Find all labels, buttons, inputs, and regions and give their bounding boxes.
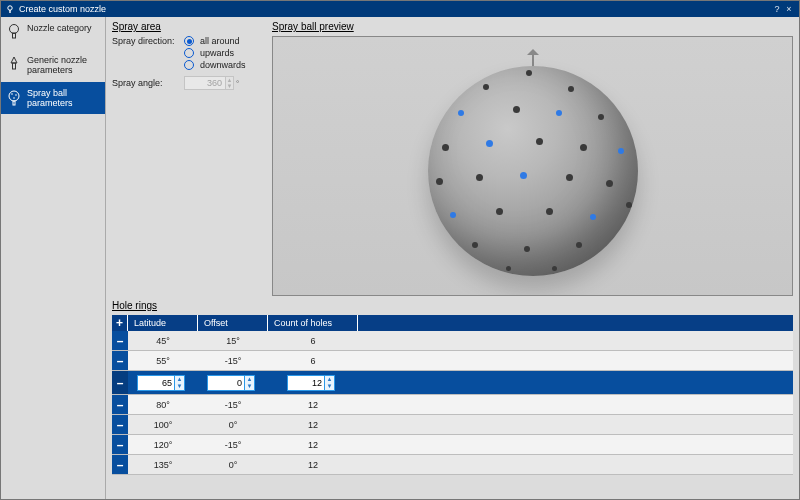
header-latitude[interactable]: Latitude (128, 315, 198, 331)
spray-area-title: Spray area (112, 21, 264, 32)
remove-ring-button[interactable]: – (112, 435, 128, 454)
table-row[interactable]: –135°0°12 (112, 455, 793, 475)
hole-rings-grid: + Latitude Offset Count of holes –45°15°… (112, 315, 793, 475)
cell-count[interactable]: 12 (268, 440, 358, 450)
svg-point-2 (10, 25, 19, 34)
sidebar: Nozzle category Generic nozzle parameter… (1, 17, 106, 499)
cell-count[interactable]: 6 (268, 336, 358, 346)
cell-edit-count: ▲▼ (287, 375, 335, 391)
offset-spinner[interactable]: ▲▼ (245, 375, 255, 391)
spray-ball-sphere (428, 66, 638, 276)
cell-count[interactable]: 12 (268, 460, 358, 470)
table-row[interactable]: –120°-15°12 (112, 435, 793, 455)
remove-ring-button[interactable]: – (112, 455, 128, 474)
spray-ball-preview[interactable] (272, 36, 793, 296)
cell-latitude[interactable]: 55° (128, 356, 198, 366)
remove-ring-button[interactable]: – (112, 351, 128, 370)
hole-rings-title: Hole rings (112, 300, 793, 311)
spray-area-panel: Spray area Spray direction: all around u… (112, 21, 264, 296)
cell-offset[interactable]: 15° (198, 336, 268, 346)
cell-edit-offset: ▲▼ (207, 375, 255, 391)
latitude-input[interactable] (137, 375, 175, 391)
svg-rect-9 (13, 101, 15, 105)
radio-downwards[interactable] (184, 60, 194, 70)
spray-direction-label: Spray direction: (112, 36, 178, 46)
svg-point-7 (15, 94, 17, 96)
table-row[interactable]: –80°-15°12 (112, 395, 793, 415)
remove-ring-button[interactable]: – (112, 395, 128, 414)
add-ring-button[interactable]: + (112, 315, 128, 331)
cell-offset[interactable]: -15° (198, 356, 268, 366)
cell-latitude[interactable]: 135° (128, 460, 198, 470)
svg-point-5 (9, 91, 19, 101)
help-button[interactable]: ? (771, 4, 783, 14)
cell-offset[interactable]: -15° (198, 400, 268, 410)
radio-all-around[interactable] (184, 36, 194, 46)
degree-symbol: ° (236, 79, 239, 88)
sidebar-item-generic-params[interactable]: Generic nozzle parameters (1, 49, 105, 82)
app-icon (5, 4, 15, 14)
sidebar-item-spray-ball-params[interactable]: Spray ball parameters (1, 82, 105, 115)
count-spinner[interactable]: ▲▼ (325, 375, 335, 391)
svg-point-8 (13, 97, 15, 99)
cell-count[interactable]: 6 (268, 356, 358, 366)
remove-ring-button[interactable]: – (112, 371, 128, 394)
close-button[interactable]: × (783, 4, 795, 14)
count-input[interactable] (287, 375, 325, 391)
spray-angle-spinner[interactable]: ▲▼ (226, 76, 234, 90)
offset-input[interactable] (207, 375, 245, 391)
cell-latitude[interactable]: 80° (128, 400, 198, 410)
radio-label: upwards (200, 48, 234, 58)
sidebar-item-nozzle-category[interactable]: Nozzle category (1, 17, 105, 49)
sidebar-item-label: Spray ball parameters (27, 88, 99, 109)
radio-label: downwards (200, 60, 246, 70)
cell-latitude[interactable]: 100° (128, 420, 198, 430)
table-row[interactable]: –45°15°6 (112, 331, 793, 351)
header-offset[interactable]: Offset (198, 315, 268, 331)
grid-header: + Latitude Offset Count of holes (112, 315, 793, 331)
nozzle-icon (7, 23, 21, 43)
generic-nozzle-icon (7, 55, 21, 75)
svg-rect-1 (9, 10, 10, 13)
spray-angle-label: Spray angle: (112, 78, 178, 88)
cell-count[interactable]: 12 (268, 420, 358, 430)
titlebar: Create custom nozzle ? × (1, 1, 799, 17)
table-row[interactable]: –▲▼▲▼▲▼ (112, 371, 793, 395)
spray-angle-input[interactable] (184, 76, 226, 90)
cell-offset[interactable]: 0° (198, 460, 268, 470)
remove-ring-button[interactable]: – (112, 331, 128, 350)
cell-edit-latitude: ▲▼ (137, 375, 185, 391)
sidebar-item-label: Nozzle category (27, 23, 92, 33)
table-row[interactable]: –55°-15°6 (112, 351, 793, 371)
sidebar-item-label: Generic nozzle parameters (27, 55, 99, 76)
window-title: Create custom nozzle (19, 4, 106, 14)
cell-latitude[interactable]: 120° (128, 440, 198, 450)
preview-title: Spray ball preview (272, 21, 793, 32)
cell-offset[interactable]: -15° (198, 440, 268, 450)
latitude-spinner[interactable]: ▲▼ (175, 375, 185, 391)
svg-point-6 (11, 93, 13, 95)
table-row[interactable]: –100°0°12 (112, 415, 793, 435)
cell-offset[interactable]: 0° (198, 420, 268, 430)
header-count[interactable]: Count of holes (268, 315, 358, 331)
radio-label: all around (200, 36, 240, 46)
spray-ball-icon (7, 88, 21, 108)
svg-point-0 (8, 6, 12, 10)
cell-latitude[interactable]: 45° (128, 336, 198, 346)
radio-upwards[interactable] (184, 48, 194, 58)
svg-rect-4 (13, 63, 16, 69)
cell-count[interactable]: 12 (268, 400, 358, 410)
remove-ring-button[interactable]: – (112, 415, 128, 434)
